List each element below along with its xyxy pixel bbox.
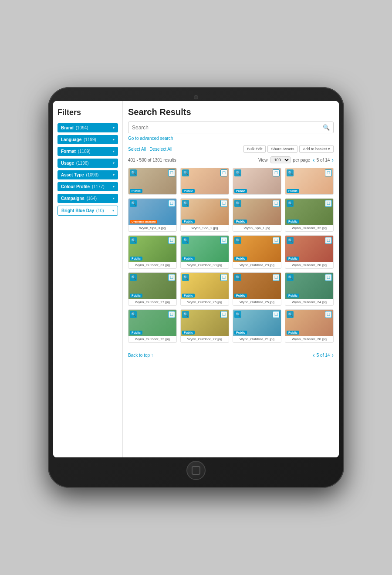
select-icon[interactable]: ☐ bbox=[273, 200, 280, 207]
zoom-icon[interactable]: 🔍 bbox=[287, 274, 294, 281]
zoom-icon[interactable]: 🔍 bbox=[287, 200, 294, 207]
filter-language[interactable]: Language (1199) ▾ bbox=[57, 135, 118, 144]
image-thumbnail: 🔍 ☐ Public bbox=[285, 273, 333, 299]
zoom-icon[interactable]: 🔍 bbox=[130, 169, 137, 176]
main-content: Search Results 🔍 Go to advanced search S… bbox=[123, 101, 339, 457]
zoom-icon[interactable]: 🔍 bbox=[130, 200, 137, 207]
status-badge: Public bbox=[182, 189, 195, 193]
sidebar: Filters Brand (1094) ▾ Language (1199) ▾ bbox=[53, 101, 123, 457]
next-page-button[interactable]: › bbox=[331, 156, 334, 163]
prev-page-bottom-button[interactable]: ‹ bbox=[313, 352, 315, 359]
tablet-device: Filters Brand (1094) ▾ Language (1199) ▾ bbox=[48, 87, 344, 488]
image-filename: Wynn_Outdoor_27.jpg bbox=[128, 299, 176, 305]
search-input[interactable] bbox=[132, 125, 323, 131]
image-thumbnail: 🔍 ☐ Public bbox=[128, 236, 176, 262]
zoom-icon[interactable]: 🔍 bbox=[182, 274, 189, 281]
image-card[interactable]: 🔍 ☐ Orderable standard Wynn_Spa_3.jpg bbox=[128, 198, 177, 232]
image-filename: Wynn_Spa_2.jpg bbox=[181, 225, 229, 231]
image-card[interactable]: 🔍 ☐ Public Wynn_Outdoor_27.jpg bbox=[128, 272, 177, 306]
home-button[interactable] bbox=[186, 461, 206, 480]
zoom-icon[interactable]: 🔍 bbox=[130, 237, 137, 244]
filter-brand[interactable]: Brand (1094) ▾ bbox=[57, 123, 118, 132]
zoom-icon[interactable]: 🔍 bbox=[234, 200, 241, 207]
zoom-icon[interactable]: 🔍 bbox=[182, 311, 189, 318]
select-icon[interactable]: ☐ bbox=[220, 274, 227, 281]
image-card[interactable]: 🔍 ☐ Public Wynn_Outdoor_25.jpg bbox=[233, 272, 281, 306]
image-card[interactable]: 🔍 ☐ Public Wynn_Outdoor_22.jpg bbox=[180, 309, 229, 343]
select-icon[interactable]: ☐ bbox=[325, 237, 332, 244]
filter-colour-profile[interactable]: Colour Profile (1177) ▾ bbox=[57, 182, 118, 191]
filter-format[interactable]: Format (1189) ▾ bbox=[57, 147, 118, 156]
select-icon[interactable]: ☐ bbox=[273, 237, 280, 244]
back-to-top-link[interactable]: Back to top ↑ bbox=[128, 353, 153, 358]
select-icon[interactable]: ☐ bbox=[220, 200, 227, 207]
image-card[interactable]: 🔍 ☐ Public Wynn_Spa_2.jpg bbox=[180, 198, 229, 232]
status-badge: Public bbox=[130, 294, 142, 298]
per-page-select[interactable]: 100 50 25 bbox=[270, 156, 291, 163]
select-all-link[interactable]: Select All bbox=[128, 147, 146, 152]
image-grid: 🔍 ☐ Public 🔍 ☐ Public bbox=[128, 168, 334, 343]
image-card[interactable]: 🔍 ☐ Public Wynn_Outdoor_24.jpg bbox=[285, 272, 334, 306]
select-icon[interactable]: ☐ bbox=[325, 311, 332, 318]
zoom-icon[interactable]: 🔍 bbox=[182, 169, 189, 176]
select-icon[interactable]: ☐ bbox=[273, 274, 280, 281]
select-icon[interactable]: ☐ bbox=[168, 237, 175, 244]
image-card[interactable]: 🔍 ☐ Public Wynn_Outdoor_32.jpg bbox=[285, 198, 334, 232]
image-card[interactable]: 🔍 ☐ Public Wynn_Outdoor_21.jpg bbox=[233, 309, 281, 343]
zoom-icon[interactable]: 🔍 bbox=[287, 237, 294, 244]
select-icon[interactable]: ☐ bbox=[220, 311, 227, 318]
select-icon[interactable]: ☐ bbox=[220, 237, 227, 244]
image-card[interactable]: 🔍 ☐ Public Wynn_Outdoor_30.jpg bbox=[180, 235, 229, 269]
select-icon[interactable]: ☐ bbox=[325, 200, 332, 207]
next-page-bottom-button[interactable]: › bbox=[331, 352, 334, 359]
image-card[interactable]: 🔍 ☐ Public Wynn_Outdoor_26.jpg bbox=[180, 272, 229, 306]
zoom-icon[interactable]: 🔍 bbox=[234, 274, 241, 281]
select-icon[interactable]: ☐ bbox=[325, 274, 332, 281]
zoom-icon[interactable]: 🔍 bbox=[182, 200, 189, 207]
camera-icon bbox=[194, 95, 198, 99]
select-icon[interactable]: ☐ bbox=[168, 274, 175, 281]
image-card[interactable]: 🔍 ☐ Public Wynn_Outdoor_31.jpg bbox=[128, 235, 177, 269]
overlay-icons: 🔍 ☐ bbox=[234, 169, 280, 176]
advanced-search-link[interactable]: Go to advanced search bbox=[128, 136, 334, 141]
add-to-basket-button[interactable]: Add to basket ▾ bbox=[299, 145, 334, 153]
image-thumbnail: 🔍 ☐ Public bbox=[181, 168, 229, 194]
filter-campaigns[interactable]: Campaigns (164) ▾ bbox=[57, 194, 118, 203]
chevron-down-icon: ▾ bbox=[112, 209, 114, 213]
toolbar-right: Bulk Edit Share Assets Add to basket ▾ bbox=[243, 145, 334, 153]
image-card[interactable]: 🔍 ☐ Public Wynn_Outdoor_28.jpg bbox=[285, 235, 334, 269]
filter-bright-blue-day[interactable]: Bright Blue Day (10) ▾ bbox=[57, 206, 118, 216]
status-badge: Public bbox=[130, 189, 142, 193]
select-icon[interactable]: ☐ bbox=[273, 169, 280, 176]
prev-page-button[interactable]: ‹ bbox=[313, 156, 315, 163]
zoom-icon[interactable]: 🔍 bbox=[287, 169, 294, 176]
zoom-icon[interactable]: 🔍 bbox=[130, 274, 137, 281]
deselect-all-link[interactable]: Deselect All bbox=[149, 147, 172, 152]
select-icon[interactable]: ☐ bbox=[325, 169, 332, 176]
zoom-icon[interactable]: 🔍 bbox=[130, 311, 137, 318]
zoom-icon[interactable]: 🔍 bbox=[182, 237, 189, 244]
zoom-icon[interactable]: 🔍 bbox=[234, 311, 241, 318]
filter-usage[interactable]: Usage (1196) ▾ bbox=[57, 159, 118, 168]
zoom-icon[interactable]: 🔍 bbox=[234, 237, 241, 244]
zoom-icon[interactable]: 🔍 bbox=[287, 311, 294, 318]
select-icon[interactable]: ☐ bbox=[273, 311, 280, 318]
image-card[interactable]: 🔍 ☐ Public Wynn_Outdoor_23.jpg bbox=[128, 309, 177, 343]
select-icon[interactable]: ☐ bbox=[168, 200, 175, 207]
select-icon[interactable]: ☐ bbox=[168, 169, 175, 176]
image-card[interactable]: 🔍 ☐ Public Wynn_Spa_1.jpg bbox=[233, 198, 281, 232]
filter-asset-type[interactable]: Asset Type (1093) ▾ bbox=[57, 170, 118, 179]
image-card[interactable]: 🔍 ☐ Public bbox=[285, 168, 334, 195]
image-card[interactable]: 🔍 ☐ Public Wynn_Outdoor_20.jpg bbox=[285, 309, 334, 343]
share-assets-button[interactable]: Share Assets bbox=[267, 145, 297, 153]
search-icon[interactable]: 🔍 bbox=[323, 124, 330, 131]
image-card[interactable]: 🔍 ☐ Public Wynn_Outdoor_29.jpg bbox=[233, 235, 281, 269]
overlay-icons: 🔍 ☐ bbox=[182, 311, 227, 318]
image-card[interactable]: 🔍 ☐ Public bbox=[233, 168, 281, 195]
image-card[interactable]: 🔍 ☐ Public bbox=[128, 168, 177, 195]
zoom-icon[interactable]: 🔍 bbox=[234, 169, 241, 176]
image-card[interactable]: 🔍 ☐ Public bbox=[180, 168, 229, 195]
select-icon[interactable]: ☐ bbox=[220, 169, 227, 176]
bulk-edit-button[interactable]: Bulk Edit bbox=[243, 145, 266, 153]
select-icon[interactable]: ☐ bbox=[168, 311, 175, 318]
